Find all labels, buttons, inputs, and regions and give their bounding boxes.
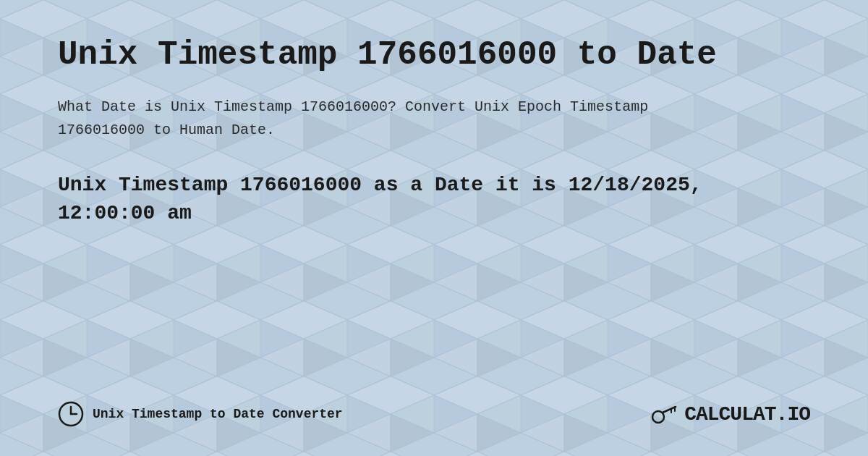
- page-description: What Date is Unix Timestamp 1766016000? …: [58, 96, 709, 142]
- result-section: Unix Timestamp 1766016000 as a Date it i…: [58, 171, 810, 227]
- page-content: Unix Timestamp 1766016000 to Date What D…: [0, 0, 868, 456]
- svg-line-13: [663, 407, 676, 413]
- page-title: Unix Timestamp 1766016000 to Date: [58, 36, 810, 74]
- result-text: Unix Timestamp 1766016000 as a Date it i…: [58, 171, 810, 227]
- footer-left: Unix Timestamp to Date Converter: [58, 401, 343, 427]
- logo-icon: [650, 401, 678, 427]
- footer: Unix Timestamp to Date Converter CALCULA…: [58, 394, 810, 427]
- logo: CALCULAT.IO: [650, 401, 810, 427]
- converter-label: Unix Timestamp to Date Converter: [93, 407, 343, 421]
- clock-icon: [58, 401, 84, 427]
- logo-text: CALCULAT.IO: [684, 403, 810, 426]
